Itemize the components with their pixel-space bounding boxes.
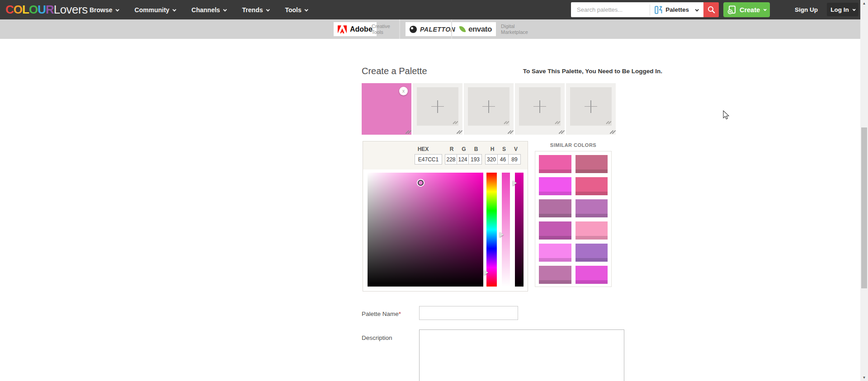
similar-color-swatch[interactable] (539, 199, 571, 217)
logo-letter: U (38, 3, 46, 16)
similar-color-swatch[interactable] (539, 177, 571, 195)
similar-color-swatch[interactable] (539, 266, 571, 284)
similar-color-swatch[interactable] (539, 244, 571, 262)
nav-item-tools[interactable]: Tools (285, 6, 307, 14)
envato-tagline: Digital Marketplace (501, 24, 537, 35)
create-button-label: Create (740, 6, 760, 14)
mouse-cursor (722, 110, 730, 120)
chevron-down-icon (764, 8, 767, 11)
blue-input[interactable] (468, 154, 482, 165)
sponsor-divider (399, 19, 400, 39)
palette-slot-empty[interactable] (515, 83, 565, 135)
swatch-resize-handle[interactable] (452, 120, 458, 126)
red-input[interactable] (445, 154, 457, 165)
palette-slot-empty[interactable] (413, 83, 462, 135)
empty-swatch[interactable] (468, 87, 509, 126)
slot-resize-handle[interactable] (405, 129, 411, 135)
similar-color-swatch[interactable] (539, 155, 571, 173)
empty-swatch[interactable] (519, 87, 561, 126)
value-strip[interactable] (515, 173, 524, 287)
adobe-name: Adobe (350, 25, 373, 33)
s-label: S (502, 146, 506, 152)
saturation-strip[interactable] (502, 173, 510, 287)
paletton-icon (410, 26, 417, 33)
slot-resize-handle[interactable] (558, 129, 565, 135)
page-scrollbar[interactable]: ▲ ▼ (860, 0, 868, 381)
envato-sponsor-link[interactable]: envato (456, 22, 496, 36)
palette-row: x (362, 83, 616, 135)
add-color-icon (431, 100, 444, 113)
search-bar: Palettes (571, 2, 703, 17)
search-input[interactable] (571, 6, 650, 13)
add-color-icon (482, 100, 495, 113)
search-icon (708, 6, 715, 14)
similar-color-swatch[interactable] (576, 221, 608, 240)
palette-slot-empty[interactable] (566, 83, 616, 135)
scrollbar-thumb[interactable] (860, 127, 868, 289)
value-input[interactable] (508, 154, 521, 165)
palette-slot-empty[interactable] (464, 83, 514, 135)
sign-up-link[interactable]: Sign Up (788, 0, 824, 19)
colourlovers-logo[interactable]: COLOURLovers (5, 0, 88, 19)
colourlovers-create-palette-page: COLOURLovers BrowseCommunityChannelsTren… (0, 0, 868, 381)
r-label: R (450, 146, 454, 152)
color-picker-panel: HEX R G B H S V (363, 141, 528, 292)
swatch-resize-handle[interactable] (503, 120, 509, 126)
empty-swatch[interactable] (570, 87, 612, 126)
swatch-resize-handle[interactable] (554, 120, 561, 126)
create-document-icon (727, 5, 736, 14)
envato-leaf-icon (459, 25, 466, 33)
adobe-sponsor-link[interactable]: Adobe (334, 22, 377, 36)
search-type-label: Palettes (665, 6, 689, 13)
nav-item-channels[interactable]: Channels (192, 6, 226, 14)
similar-color-swatch[interactable] (576, 266, 608, 284)
top-navbar: COLOURLovers BrowseCommunityChannelsTren… (0, 0, 860, 19)
nav-item-community[interactable]: Community (135, 6, 175, 14)
b-label: B (474, 146, 478, 152)
slot-resize-handle[interactable] (456, 129, 462, 135)
similar-color-swatch[interactable] (576, 177, 608, 195)
scrollbar-down-arrow[interactable]: ▼ (860, 374, 868, 381)
login-notice: To Save This Palette, You Need to Be Log… (523, 68, 662, 75)
palette-name-input[interactable] (419, 306, 518, 320)
nav-item-trends[interactable]: Trends (242, 6, 269, 14)
palettes-icon (655, 6, 662, 14)
logo-letter: O (29, 3, 38, 16)
similar-color-swatch[interactable] (576, 155, 608, 173)
search-type-dropdown[interactable]: Palettes (650, 6, 703, 14)
saturation-input[interactable] (497, 154, 509, 165)
saturation-value-square[interactable] (368, 173, 483, 287)
log-in-label: Log In (830, 6, 849, 13)
g-label: G (462, 146, 466, 152)
green-input[interactable] (457, 154, 469, 165)
log-in-button[interactable]: Log In (827, 3, 859, 16)
color-selection-marker[interactable] (418, 180, 424, 186)
create-button[interactable]: Create (723, 2, 770, 17)
sponsor-divider (451, 19, 452, 39)
remove-color-button[interactable]: x (399, 87, 408, 95)
slot-resize-handle[interactable] (609, 129, 616, 135)
scrollbar-up-arrow[interactable]: ▲ (860, 0, 868, 7)
empty-swatch[interactable] (417, 87, 458, 126)
hex-label: HEX (418, 146, 429, 152)
search-button[interactable] (703, 2, 719, 17)
logo-lovers-text: Lovers (54, 3, 88, 17)
similar-color-swatch[interactable] (576, 244, 608, 262)
envato-name: envato (468, 25, 492, 34)
hue-slider-arrow[interactable] (484, 270, 488, 275)
similar-color-swatch[interactable] (576, 199, 608, 217)
sponsor-bar: Adobe Creative Tools PALETTON envato Dig… (0, 19, 860, 39)
nav-item-browse[interactable]: Browse (90, 6, 118, 14)
logo-letter: R (46, 3, 54, 16)
similar-color-swatch[interactable] (539, 221, 571, 240)
swatch-resize-handle[interactable] (605, 120, 612, 126)
description-label: Description (362, 334, 392, 341)
description-textarea[interactable] (419, 329, 624, 381)
hue-input[interactable] (485, 154, 498, 165)
saturation-slider-arrow[interactable] (500, 232, 504, 237)
palette-slot-active[interactable]: x (362, 83, 411, 135)
hex-input[interactable] (415, 154, 442, 165)
slot-resize-handle[interactable] (507, 129, 514, 135)
add-color-icon (585, 100, 597, 113)
value-slider-arrow[interactable] (513, 180, 517, 186)
